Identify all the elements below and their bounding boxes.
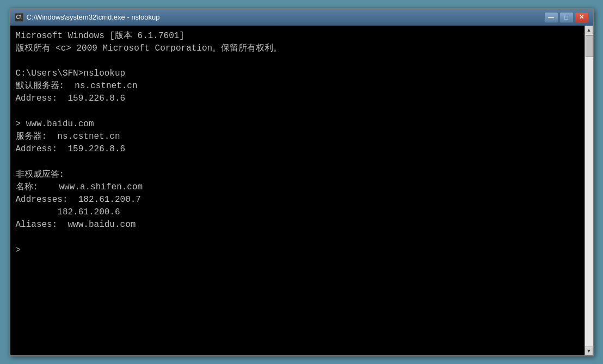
scroll-track[interactable]: [585, 34, 593, 347]
terminal-line: C:\Users\SFN>nslookup: [16, 67, 579, 80]
terminal-line: 服务器: ns.cstnet.cn: [16, 131, 579, 143]
terminal-line: Microsoft Windows [版本 6.1.7601]: [16, 30, 579, 42]
terminal-line: Address: 159.226.8.6: [16, 92, 579, 105]
terminal-line: 非权威应答:: [16, 169, 579, 181]
terminal-line: 182.61.200.6: [16, 206, 579, 219]
terminal-line: Aliases: www.baidu.com: [16, 219, 579, 231]
terminal-line: >: [16, 244, 579, 257]
terminal-line: Address: 159.226.8.6: [16, 143, 579, 156]
terminal-line: Addresses: 182.61.200.7: [16, 194, 579, 206]
terminal-line: 默认服务器: ns.cstnet.cn: [16, 80, 579, 92]
window-title: C:\Windows\system32\cmd.exe - nslookup: [27, 13, 160, 21]
terminal-content[interactable]: Microsoft Windows [版本 6.1.7601]版权所有 <c> …: [10, 26, 584, 355]
maximize-button[interactable]: □: [559, 12, 574, 23]
cmd-window: C\ C:\Windows\system32\cmd.exe - nslooku…: [9, 8, 594, 356]
close-button[interactable]: ✕: [575, 12, 589, 23]
terminal-line: 名称: www.a.shifen.com: [16, 181, 579, 194]
scroll-down-button[interactable]: ▼: [584, 347, 593, 355]
terminal-line: > www.baidu.com: [16, 118, 579, 131]
scrollbar[interactable]: ▲ ▼: [584, 26, 593, 355]
terminal-line: [16, 106, 579, 118]
title-bar-left: C\ C:\Windows\system32\cmd.exe - nslooku…: [15, 13, 160, 22]
terminal-line: 版权所有 <c> 2009 Microsoft Corporation。保留所有…: [16, 42, 579, 55]
scroll-up-button[interactable]: ▲: [584, 26, 593, 34]
terminal-line: [16, 156, 579, 168]
minimize-button[interactable]: —: [544, 12, 558, 23]
title-bar-buttons: — □ ✕: [544, 12, 589, 23]
scroll-thumb[interactable]: [586, 35, 593, 57]
title-bar: C\ C:\Windows\system32\cmd.exe - nslooku…: [10, 9, 593, 26]
cmd-icon: C\: [15, 13, 23, 22]
terminal-line: [16, 55, 579, 67]
terminal-line: [16, 232, 579, 244]
terminal-body: Microsoft Windows [版本 6.1.7601]版权所有 <c> …: [10, 26, 593, 355]
